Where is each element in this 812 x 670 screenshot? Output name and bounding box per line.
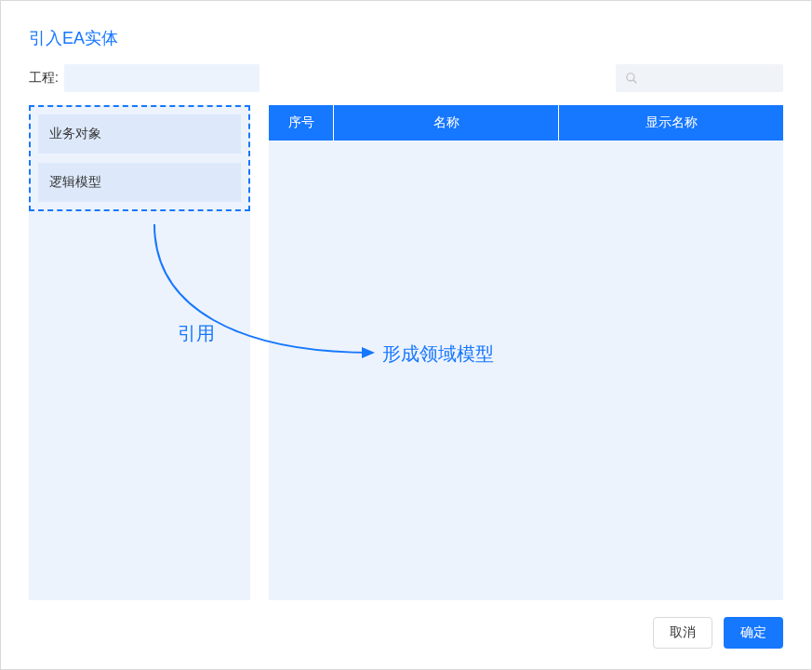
table-header: 序号 名称 显示名称	[269, 105, 783, 141]
sidebar-item-label: 逻辑模型	[49, 174, 101, 189]
search-icon	[625, 72, 638, 85]
content-area: 业务对象 逻辑模型 序号 名称 显示名称	[1, 105, 811, 600]
filter-row: 工程:	[1, 64, 811, 105]
dialog-title: 引入EA实体	[29, 27, 783, 49]
confirm-button[interactable]: 确定	[724, 617, 783, 649]
dialog-header: 引入EA实体	[1, 1, 811, 64]
search-input[interactable]	[616, 64, 783, 92]
cancel-button[interactable]: 取消	[653, 617, 712, 649]
import-ea-entity-dialog: 引入EA实体 工程: 业务对象 逻辑模型 序号 名	[0, 0, 812, 670]
dialog-footer: 取消 确定	[1, 600, 811, 669]
table-header-name: 名称	[334, 105, 559, 141]
table-panel: 序号 名称 显示名称	[269, 105, 783, 600]
project-label: 工程:	[29, 70, 59, 87]
sidebar-item-business-object[interactable]: 业务对象	[38, 114, 241, 154]
svg-line-1	[633, 80, 637, 84]
sidebar-panel: 业务对象 逻辑模型	[29, 105, 250, 600]
sidebar-item-label: 业务对象	[49, 126, 101, 141]
sidebar-highlight-box: 业务对象 逻辑模型	[29, 105, 250, 211]
table-header-display: 显示名称	[559, 105, 783, 141]
table-header-seq: 序号	[269, 105, 334, 141]
project-select[interactable]	[64, 64, 260, 92]
svg-point-0	[627, 74, 634, 81]
table-body	[269, 141, 783, 600]
sidebar-item-logic-model[interactable]: 逻辑模型	[38, 163, 241, 202]
